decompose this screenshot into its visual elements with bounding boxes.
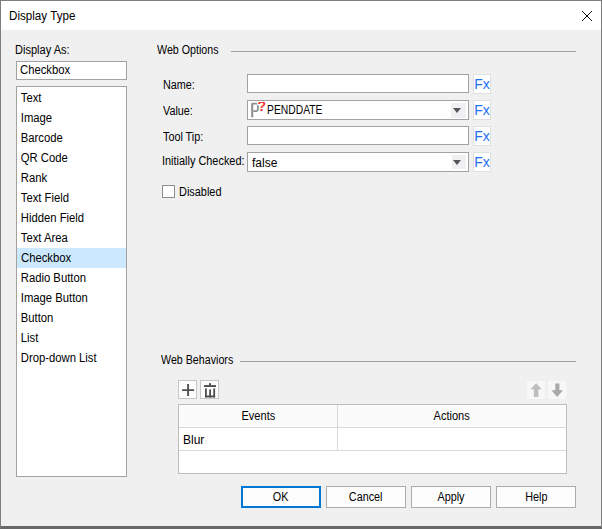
svg-text:?: ? bbox=[257, 102, 266, 114]
